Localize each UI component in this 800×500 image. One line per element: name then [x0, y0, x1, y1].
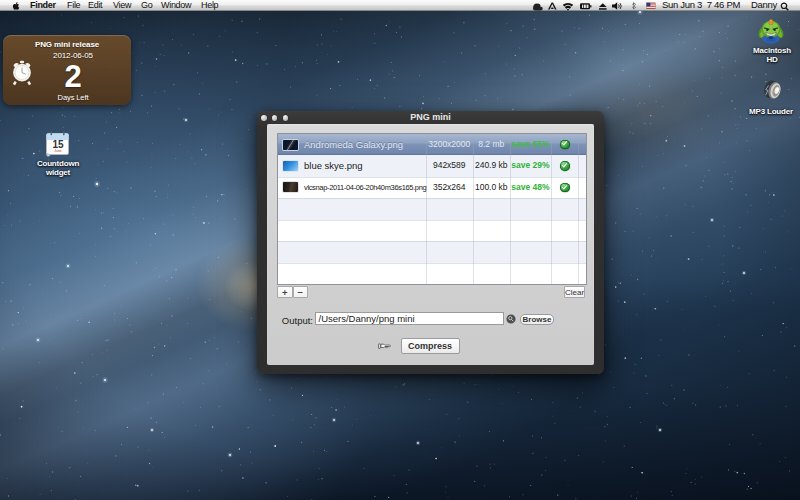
svg-text:June: June: [54, 149, 61, 153]
